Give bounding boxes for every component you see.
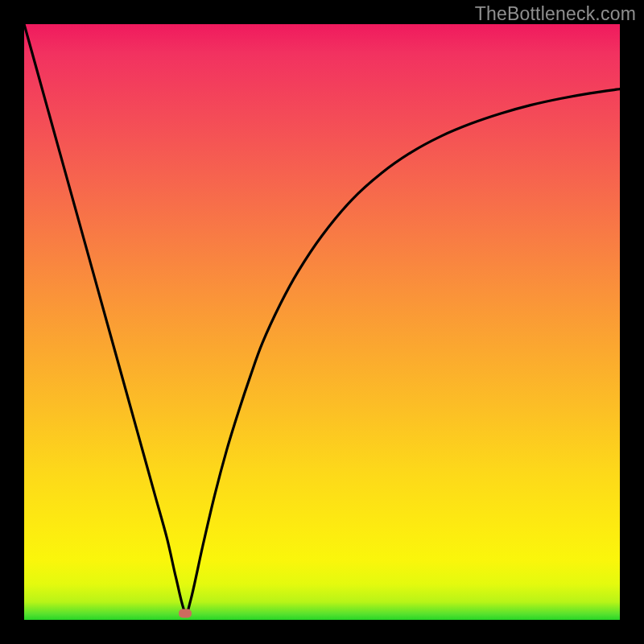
chart-frame: TheBottleneck.com [0,0,644,644]
optimum-marker [179,609,192,617]
curve-svg [24,24,620,620]
plot-area [24,24,620,620]
bottleneck-curve [24,24,620,613]
watermark-text: TheBottleneck.com [475,3,636,25]
